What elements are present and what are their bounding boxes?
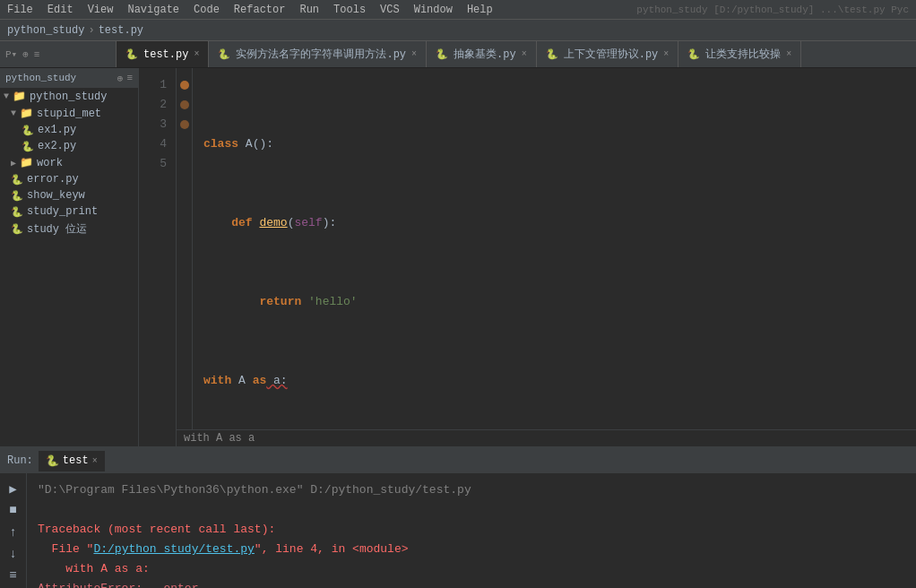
tab-close-test-py[interactable]: × <box>194 49 199 59</box>
run-tab-label: test <box>63 454 89 467</box>
tree-label-error: error.py <box>27 173 79 186</box>
breadcrumb-file[interactable]: test.py <box>99 24 143 37</box>
token-space <box>238 134 246 154</box>
output-line-traceback: Traceback (most recent call last): <box>38 520 905 540</box>
py-file-icon-study: 🐍 <box>11 206 23 218</box>
menu-help[interactable]: Help <box>467 4 493 16</box>
tab-label-shili: 实例方法名字的字符串调用方法.py <box>236 47 406 62</box>
tree-label-ex1: ex1.py <box>38 124 76 136</box>
sidebar-header: python_study ⊕ ≡ <box>0 68 138 88</box>
token-space2 <box>253 213 260 233</box>
folder-icon-stupid: 📁 <box>20 107 33 120</box>
output-line-1: "D:\Program Files\Python36\python.exe" D… <box>38 480 905 500</box>
sidebar-item-study-print[interactable]: 🐍 study_print <box>0 203 138 220</box>
tree-arrow-stupid: ▼ <box>11 108 16 118</box>
token-string-hello: 'hello' <box>308 292 358 312</box>
run-label: Run: <box>7 454 33 467</box>
run-scroll-up-button[interactable]: ↑ <box>4 523 22 540</box>
code-line-2: def demo ( self ): <box>203 213 905 233</box>
sidebar-item-study-bit[interactable]: 🐍 study 位运 <box>0 220 138 238</box>
sidebar-header-icons: ⊕ ≡ <box>117 73 133 84</box>
add-icon[interactable]: ⊕ <box>22 48 29 60</box>
console-output: "D:\Program Files\Python36\python.exe" D… <box>27 473 916 588</box>
project-icon[interactable]: P▾ <box>5 48 17 60</box>
tree-label-stupid-met: stupid_met <box>37 108 101 120</box>
output-line-file: File "D:/python_study/test.py", line 4, … <box>38 540 905 559</box>
menu-file[interactable]: File <box>7 4 33 16</box>
tree-label-python-study: python_study <box>30 91 107 103</box>
token-space3 <box>301 292 308 312</box>
code-line-3: return 'hello' <box>203 292 905 312</box>
run-play-button[interactable]: ▶ <box>4 480 22 497</box>
sidebar-item-work[interactable]: ▶ 📁 work <box>0 154 138 171</box>
gutter-line-4 <box>177 134 192 154</box>
tab-close-chouxiang[interactable]: × <box>522 49 527 59</box>
menu-icon[interactable]: ≡ <box>34 49 40 60</box>
token-with: with <box>203 371 231 391</box>
run-stop-button[interactable]: ■ <box>4 502 22 518</box>
sidebar-item-show-keyw[interactable]: 🐍 show_keyw <box>0 187 138 203</box>
run-tab-icon: 🐍 <box>46 454 59 468</box>
console-output-area: "D:\Program Files\Python36\python.exe" D… <box>27 473 916 588</box>
menu-code[interactable]: Code <box>194 4 220 16</box>
py-file-icon-bit: 🐍 <box>11 223 23 235</box>
tree-arrow: ▼ <box>4 91 9 101</box>
output-line-with: with A as a: <box>38 559 905 579</box>
code-view: 1 2 3 4 5 <box>139 68 916 446</box>
token-self: self <box>294 213 322 233</box>
breadcrumb: python_study › test.py <box>0 20 916 41</box>
tab-close-ranglei[interactable]: × <box>786 49 791 59</box>
sidebar-expand-icon[interactable]: ⊕ <box>117 73 124 84</box>
bottom-tab-test[interactable]: 🐍 test × <box>39 451 105 471</box>
code-content[interactable]: class A (): def demo ( self ): <box>193 68 916 446</box>
menu-vcs[interactable]: VCS <box>380 4 400 16</box>
run-scroll-down-button[interactable]: ↓ <box>4 546 22 562</box>
py-file-icon-error: 🐍 <box>11 174 23 186</box>
sidebar-item-ex1[interactable]: 🐍 ex1.py <box>0 122 138 138</box>
line-numbers: 1 2 3 4 5 <box>139 68 177 446</box>
breakpoint-indicator-1 <box>180 81 189 90</box>
tab-context[interactable]: 🐍 上下文管理协议.py × <box>537 41 679 67</box>
editor-area[interactable]: 1 2 3 4 5 <box>139 68 916 446</box>
folder-icon: 📁 <box>13 90 26 103</box>
run-tab-close[interactable]: × <box>92 456 98 466</box>
tab-chouxiang[interactable]: 🐍 抽象基类.py × <box>427 41 537 67</box>
tree-label-work: work <box>37 157 63 169</box>
menu-edit[interactable]: Edit <box>48 4 73 16</box>
menu-bar: File Edit View Navigate Code Refactor Ru… <box>0 0 916 20</box>
token-class: class <box>203 134 238 154</box>
tree-label-show-keyw: show_keyw <box>27 189 85 202</box>
menu-window[interactable]: Window <box>414 4 453 16</box>
token-classname-A: A <box>246 134 253 154</box>
menu-refactor[interactable]: Refactor <box>234 4 286 16</box>
bottom-content: ▶ ■ ↑ ↓ ≡ ⬇ 📌 🖨 🗑 "D:\Program Files\Pyth… <box>0 473 916 588</box>
sidebar-item-python-study[interactable]: ▼ 📁 python_study <box>0 88 138 105</box>
tab-shili[interactable]: 🐍 实例方法名字的字符串调用方法.py × <box>209 41 427 67</box>
tab-close-context[interactable]: × <box>663 49 669 59</box>
sidebar-toggle-icons[interactable]: P▾ ⊕ ≡ <box>0 41 117 67</box>
sidebar-menu-icon[interactable]: ≡ <box>126 73 133 84</box>
bottom-tab-bar: Run: 🐍 test × <box>0 448 916 473</box>
run-format-button[interactable]: ≡ <box>4 567 22 584</box>
output-file-link[interactable]: D:/python_study/test.py <box>93 542 254 556</box>
tab-ranglei[interactable]: 🐍 让类支持比较操 × <box>678 41 801 67</box>
menu-view[interactable]: View <box>88 4 114 16</box>
sidebar-item-stupid-met[interactable]: ▼ 📁 stupid_met <box>0 105 138 122</box>
menu-tools[interactable]: Tools <box>333 4 366 16</box>
tab-close-shili[interactable]: × <box>411 49 417 59</box>
menu-run[interactable]: Run <box>299 4 319 16</box>
main-area: python_study ⊕ ≡ ▼ 📁 python_study ▼ 📁 st… <box>0 68 916 446</box>
menu-navigate[interactable]: Navigate <box>127 4 179 16</box>
tab-test-py[interactable]: 🐍 test.py × <box>117 41 209 67</box>
sidebar-item-ex2[interactable]: 🐍 ex2.py <box>0 138 138 154</box>
line-num-5: 5 <box>139 154 176 174</box>
sidebar: python_study ⊕ ≡ ▼ 📁 python_study ▼ 📁 st… <box>0 68 139 446</box>
token-indent3 <box>203 292 259 312</box>
breadcrumb-separator: › <box>88 24 94 37</box>
token-funcname-demo: demo <box>259 213 287 233</box>
gutter-line-5 <box>177 154 192 174</box>
sidebar-item-error[interactable]: 🐍 error.py <box>0 171 138 187</box>
py-file-icon-ex2: 🐍 <box>22 141 34 152</box>
tree-label-ex2: ex2.py <box>38 140 76 152</box>
breadcrumb-project[interactable]: python_study <box>7 24 84 37</box>
